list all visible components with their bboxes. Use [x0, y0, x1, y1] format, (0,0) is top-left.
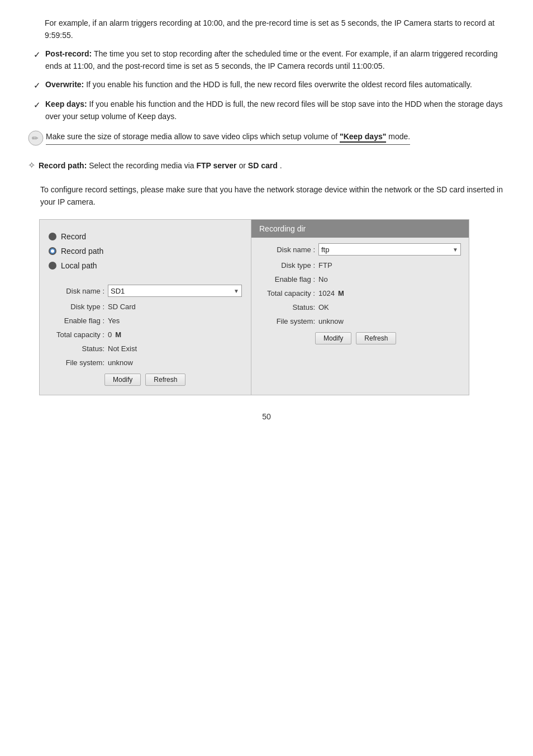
right-disk-name-row: Disk name : ftp ▼ [259, 243, 461, 256]
right-disk-name-select[interactable]: ftp ▼ [318, 243, 461, 256]
left-disk-name-row: Disk name : SD1 ▼ [49, 285, 242, 297]
record-path-label: Record path: Select the recording media … [39, 159, 282, 173]
ftp-panel-body: Disk name : ftp ▼ Disk type : FTP Enable… [251, 238, 469, 352]
note-block: ✏ Make sure the size of storage media al… [28, 130, 505, 148]
diamond-icon: ✧ [28, 158, 35, 173]
left-status-label: Status: [49, 344, 104, 353]
right-status-label: Status: [259, 303, 315, 311]
right-disk-name-label: Disk name : [259, 245, 315, 254]
left-total-capacity-row: Total capacity : 0 M [49, 330, 242, 339]
right-refresh-button[interactable]: Refresh [356, 332, 396, 344]
left-status-value: Not Exist [108, 344, 242, 353]
page-number: 50 [28, 412, 505, 421]
right-disk-type-value: FTP [318, 261, 461, 270]
left-total-capacity-label: Total capacity : [49, 330, 104, 339]
right-button-row: Modify Refresh [259, 332, 461, 344]
ui-area: Record Record path Local path Disk name … [39, 219, 505, 395]
radio-section: Record Record path Local path [49, 228, 242, 275]
left-status-row: Status: Not Exist [49, 344, 242, 353]
left-enable-flag-value: Yes [108, 316, 242, 325]
radio-local-path-label: Local path [61, 261, 97, 270]
right-disk-type-row: Disk type : FTP [259, 261, 461, 270]
left-modify-button[interactable]: Modify [104, 374, 141, 386]
right-status-row: Status: OK [259, 303, 461, 311]
right-disk-name-value: ftp [321, 245, 329, 254]
left-refresh-button[interactable]: Refresh [145, 374, 185, 386]
left-disk-type-label: Disk type : [49, 303, 104, 311]
note-text: Make sure the size of storage media allo… [46, 130, 410, 144]
left-file-system-value: unknow [108, 358, 242, 367]
record-path-heading: ✧ Record path: Select the recording medi… [28, 158, 505, 173]
page-content: For example, if an alarm triggers record… [28, 17, 505, 421]
bullet-overwrite-text: Overwrite: If you enable his function an… [45, 78, 505, 91]
radio-record-path-label: Record path [61, 247, 103, 256]
radio-dot-record-path[interactable] [49, 247, 56, 255]
dropdown-arrow-icon: ▼ [234, 288, 239, 294]
right-capacity-row: 1024 M [318, 289, 344, 297]
left-button-row: Modify Refresh [49, 374, 242, 386]
left-file-system-row: File system: unknow [49, 358, 242, 367]
bullet-list: ✓ Post-record: The time you set to stop … [28, 48, 505, 123]
right-file-system-label: File system: [259, 317, 315, 325]
ftp-panel-header: Recording dir [251, 220, 469, 238]
ftp-panel: Recording dir Disk name : ftp ▼ Disk typ… [251, 219, 469, 395]
right-enable-flag-label: Enable flag : [259, 275, 315, 284]
left-file-system-label: File system: [49, 358, 104, 367]
left-enable-flag-row: Enable flag : Yes [49, 316, 242, 325]
left-capacity-row: 0 M [108, 330, 121, 339]
pencil-icon: ✏ [28, 130, 46, 148]
check-icon-2: ✓ [34, 79, 41, 92]
radio-record-label: Record [61, 232, 86, 241]
right-file-system-row: File system: unknow [259, 317, 461, 325]
right-total-capacity-value: 1024 [318, 289, 335, 297]
right-disk-type-label: Disk type : [259, 261, 315, 270]
left-disk-name-label: Disk name : [49, 287, 104, 295]
right-total-capacity-label: Total capacity : [259, 289, 315, 297]
sd-card-panel: Record Record path Local path Disk name … [39, 219, 251, 395]
right-capacity-unit: M [338, 289, 344, 297]
right-status-value: OK [318, 303, 461, 311]
intro-paragraph: For example, if an alarm triggers record… [45, 17, 505, 42]
radio-dot-local-path[interactable] [49, 262, 56, 270]
bullet-overwrite: ✓ Overwrite: If you enable his function … [28, 78, 505, 92]
left-capacity-unit: M [115, 330, 121, 339]
right-modify-button[interactable]: Modify [315, 332, 351, 344]
radio-local-path[interactable]: Local path [49, 261, 97, 270]
svg-text:✏: ✏ [32, 134, 39, 143]
bullet-keep-days: ✓ Keep days: If you enable his function … [28, 98, 505, 123]
right-dropdown-arrow-icon: ▼ [453, 247, 458, 253]
left-disk-type-value: SD Card [108, 303, 242, 311]
right-enable-flag-value: No [318, 275, 461, 284]
left-disk-name-select[interactable]: SD1 ▼ [108, 285, 242, 297]
radio-dot-record[interactable] [49, 233, 56, 240]
radio-record[interactable]: Record [49, 232, 86, 241]
bullet-post-record: ✓ Post-record: The time you set to stop … [28, 48, 505, 73]
left-total-capacity-value: 0 [108, 330, 112, 339]
left-disk-type-row: Disk type : SD Card [49, 303, 242, 311]
right-file-system-value: unknow [318, 317, 461, 325]
left-enable-flag-label: Enable flag : [49, 316, 104, 325]
left-disk-name-value: SD1 [111, 287, 125, 295]
check-icon-3: ✓ [34, 98, 41, 112]
radio-record-path[interactable]: Record path [49, 247, 103, 256]
bullet-keep-days-text: Keep days: If you enable his function an… [45, 98, 505, 123]
check-icon: ✓ [34, 48, 41, 62]
right-total-capacity-row: Total capacity : 1024 M [259, 289, 461, 297]
right-enable-flag-row: Enable flag : No [259, 275, 461, 284]
record-path-description: To configure record settings, please mak… [28, 183, 505, 209]
bullet-post-record-text: Post-record: The time you set to stop re… [45, 48, 505, 73]
